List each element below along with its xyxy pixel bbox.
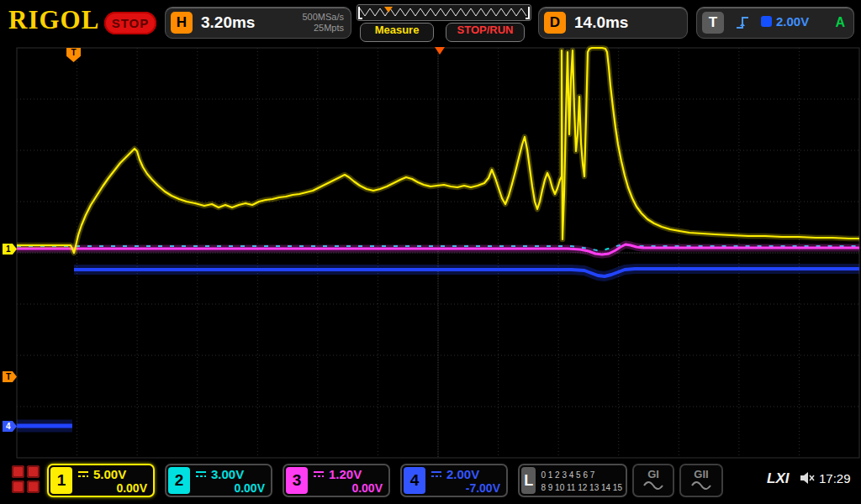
channel4-offset: -7.00V [430,481,500,495]
generator2-box[interactable]: GII [679,464,723,497]
measure-button[interactable]: Measure [360,23,434,42]
channel1-box[interactable]: 1 5.00V 0.00V [47,464,155,497]
memory-depth: 25Mpts [302,23,344,34]
logic-channels-box[interactable]: L 0 1 2 3 4 5 6 7 8 9 10 11 12 13 14 15 [518,464,627,497]
waveform-display [0,0,861,504]
trigger-chip: T [702,12,724,34]
trigger-level-value: 2.00V [776,14,809,29]
sample-rate: 500MSa/s [302,12,344,23]
coupling-icon [313,470,325,478]
sample-info: 500MSa/s 25Mpts [302,12,344,34]
channel4-box[interactable]: 4 2.00V -7.00V [400,464,508,497]
top-status-bar: RIGOL STOP H 3.20ms 500MSa/s 25Mpts Meas… [0,0,861,45]
channel1-offset: 0.00V [77,481,147,495]
channel3-offset: 0.00V [313,481,383,495]
channel3-number: 3 [286,467,308,494]
channel2-scale: 3.00V [211,467,244,481]
speaker-muted-icon[interactable] [799,470,816,486]
coupling-icon [77,470,89,478]
channel4-scale: 2.00V [446,467,479,481]
generator1-box[interactable]: GI [632,464,674,497]
trigger-slope-icon [734,14,753,31]
channel3-scale: 1.20V [329,467,362,481]
channel3-box[interactable]: 3 1.20V 0.00V [283,464,390,497]
trigger-sweep-mode: A [835,15,845,30]
horizontal-chip: H [171,12,193,34]
delay-value: 14.0ms [574,13,628,32]
clock-display: 17:29 [819,471,851,486]
logic-bits-row1: 0 1 2 3 4 5 6 7 [541,469,622,481]
channel2-number: 2 [168,467,190,494]
bottom-status-bar: 1 5.00V 0.00V 2 [0,459,861,504]
generator1-label: GI [634,468,673,480]
channel2-box[interactable]: 2 3.00V 0.00V [165,464,272,497]
delay-chip: D [544,12,566,34]
stop-run-button[interactable]: STOP/RUN [446,23,525,42]
rigol-logo: RIGOL [8,5,99,35]
coupling-icon [195,470,207,478]
lxi-logo: LXI [767,470,789,487]
trigger-panel[interactable]: T 2.00V A [696,7,854,39]
horizontal-panel[interactable]: H 3.20ms 500MSa/s 25Mpts [165,7,351,39]
channel4-number: 4 [404,467,425,494]
logic-label: L [521,467,536,494]
channel1-number: 1 [50,467,72,494]
logic-bits-row2: 8 9 10 11 12 13 14 15 [541,481,622,494]
menu-grid-icon[interactable] [12,465,40,494]
trigger-source-icon [761,16,772,27]
memory-position-strip[interactable] [357,4,531,21]
trigger-level-group: 2.00V [761,14,809,29]
sine-wave-icon [690,480,712,491]
coupling-icon [430,470,442,478]
channel2-offset: 0.00V [195,481,265,495]
delay-panel[interactable]: D 14.0ms [538,7,688,39]
channel1-scale: 5.00V [93,467,126,481]
generator2-label: GII [681,468,721,480]
sine-wave-icon [642,480,664,491]
memory-waveform-preview [357,5,531,20]
timebase-value: 3.20ms [201,13,255,32]
run-state-badge: STOP [104,12,156,34]
oscilloscope-screen: 1 T 4 T RIGOL STOP H 3.20ms 500MSa/s 25M… [0,0,861,504]
